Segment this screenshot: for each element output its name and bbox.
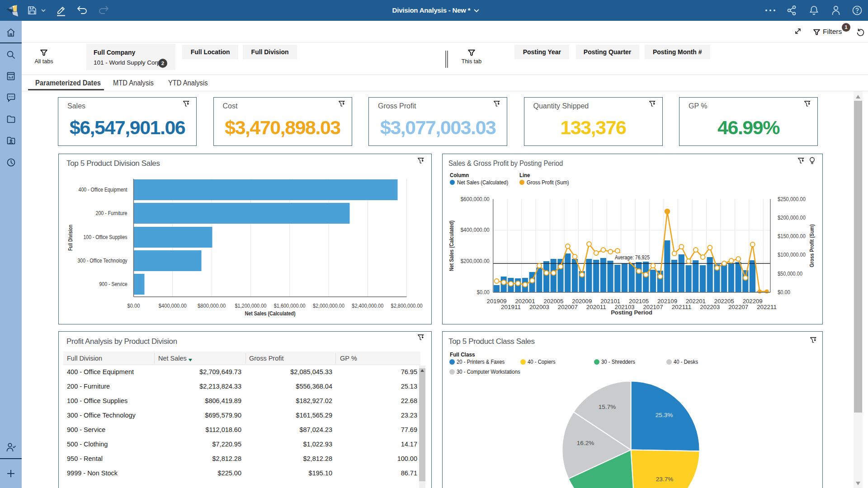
svg-text:Full Division: Full Division: [67, 225, 74, 251]
svg-text:$100,000.00: $100,000.00: [778, 252, 806, 258]
svg-text:$200,000.00: $200,000.00: [778, 215, 806, 221]
svg-text:23.7%: 23.7%: [656, 476, 673, 483]
svg-text:100 - Office Supplies: 100 - Office Supplies: [84, 234, 127, 240]
svg-text:202105: 202105: [629, 298, 649, 305]
svg-text:$250,000.00: $250,000.00: [778, 196, 806, 202]
svg-text:202205: 202205: [714, 298, 734, 305]
svg-text:$2,400,000.00: $2,400,000.00: [352, 303, 383, 309]
svg-text:$400,000.00: $400,000.00: [159, 303, 187, 309]
svg-text:201909: 201909: [487, 298, 507, 305]
svg-text:202203: 202203: [700, 304, 720, 310]
svg-text:$200,000.00: $200,000.00: [461, 258, 490, 264]
svg-text:900 - Service: 900 - Service: [99, 281, 127, 287]
svg-text:300 - Office Technology: 300 - Office Technology: [78, 258, 128, 264]
svg-text:Net Sales (Calculated): Net Sales (Calculated): [448, 221, 455, 271]
svg-text:202001: 202001: [515, 298, 535, 305]
svg-text:202011: 202011: [586, 304, 606, 310]
svg-text:$2,000,000.00: $2,000,000.00: [313, 303, 344, 309]
svg-text:202109: 202109: [657, 298, 677, 305]
svg-text:$1,600,000.00: $1,600,000.00: [274, 303, 306, 309]
svg-text:25.3%: 25.3%: [656, 412, 673, 418]
svg-text:200 - Furniture: 200 - Furniture: [96, 210, 127, 216]
svg-text:202005: 202005: [543, 298, 563, 305]
svg-text:16.2%: 16.2%: [577, 440, 594, 446]
svg-text:$400,000.00: $400,000.00: [461, 227, 490, 233]
svg-text:202209: 202209: [743, 298, 763, 305]
svg-text:$1,200,000.00: $1,200,000.00: [235, 303, 266, 309]
svg-text:400 - Office Equipment: 400 - Office Equipment: [79, 187, 127, 193]
svg-text:202207: 202207: [728, 304, 748, 310]
svg-text:202101: 202101: [600, 298, 620, 305]
svg-text:202201: 202201: [686, 298, 706, 305]
svg-text:Posting Period: Posting Period: [611, 309, 652, 316]
svg-text:$800,000.00: $800,000.00: [198, 303, 226, 309]
svg-text:$600,000.00: $600,000.00: [461, 196, 490, 202]
svg-text:$0.00: $0.00: [127, 303, 140, 309]
svg-text:202003: 202003: [529, 304, 549, 310]
svg-text:202007: 202007: [558, 304, 578, 310]
svg-text:$50,000.00: $50,000.00: [778, 271, 802, 277]
svg-text:$150,000.00: $150,000.00: [778, 233, 806, 239]
svg-text:Average: 76,925: Average: 76,925: [615, 254, 650, 261]
svg-text:$0.00: $0.00: [477, 289, 490, 296]
svg-text:201911: 201911: [501, 304, 521, 310]
svg-text:$2,800,000.00: $2,800,000.00: [391, 303, 423, 309]
svg-text:15.7%: 15.7%: [599, 404, 616, 410]
svg-text:202211: 202211: [757, 304, 777, 310]
svg-text:Gross Profit (Sum): Gross Profit (Sum): [809, 225, 815, 267]
svg-text:$0.00: $0.00: [778, 289, 790, 296]
svg-text:202111: 202111: [671, 304, 691, 310]
svg-text:Net Sales (Calculated): Net Sales (Calculated): [245, 310, 296, 317]
svg-text:202009: 202009: [572, 298, 592, 305]
